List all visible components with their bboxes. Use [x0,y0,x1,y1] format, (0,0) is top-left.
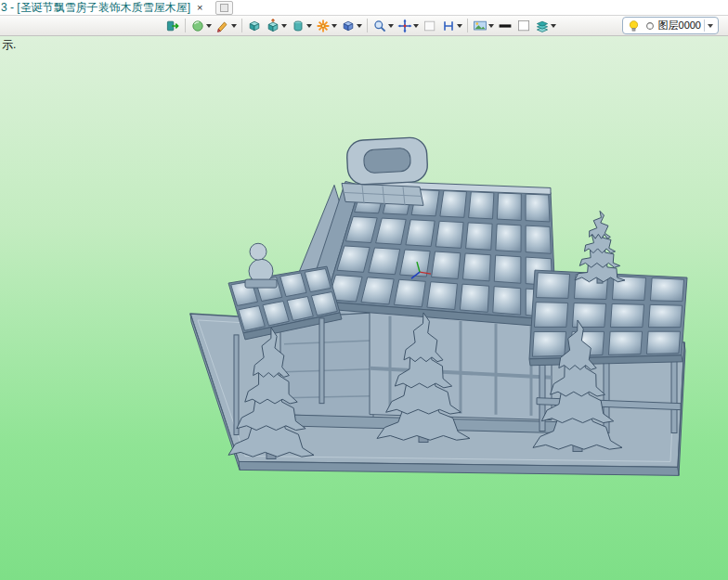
layer-combo[interactable]: 图层0000 [644,19,714,32]
new-document-icon [220,4,228,12]
view-cube-icon [341,19,356,33]
dropdown-arrow-icon[interactable] [457,24,462,28]
solid-cube-icon [247,19,262,33]
color-swatch-icon [516,19,531,33]
blank-square-icon [422,19,437,33]
measure-icon [441,19,456,33]
layer-combo-value: 图层0000 [658,19,701,32]
sketch-pencil-icon [215,19,230,33]
dropdown-arrow-icon[interactable] [281,24,287,28]
image-icon [473,19,488,33]
layers-icon [535,19,550,33]
application-window: 3 - [圣诞节飘雪房子装饰木质雪屋木屋] × [0,0,728,580]
dropdown-arrow-icon[interactable] [388,24,394,28]
sketch-button[interactable] [214,19,238,33]
dropdown-arrow-icon[interactable] [206,24,212,28]
line-width-icon [498,19,513,33]
layer-panel: 图层0000 [622,17,719,34]
extrude-cube-icon [266,19,280,33]
exit-icon [165,19,180,33]
pattern-star-icon [316,19,331,33]
dropdown-arrow-icon[interactable] [357,24,362,28]
dropdown-arrow-icon[interactable] [231,24,237,28]
render-style-icon [190,19,205,33]
toolbar-separator [367,19,368,32]
toolbar-separator [467,19,468,32]
pattern-button[interactable] [315,19,338,33]
color-swatch-button[interactable] [515,19,532,33]
solid-cube-button[interactable] [246,19,263,33]
toolbar-separator [185,19,186,32]
line-width-button[interactable] [497,19,514,33]
dropdown-arrow-icon[interactable] [306,24,312,28]
blank-button[interactable] [422,19,438,33]
image-button[interactable] [472,19,495,33]
combo-dropdown-icon[interactable] [708,24,713,28]
zoom-button[interactable] [371,19,395,33]
new-document-button[interactable] [215,1,233,15]
exit-button[interactable] [164,19,181,33]
dropdown-arrow-icon[interactable] [551,24,556,28]
prompt-text: 示. [2,37,16,53]
tab-close-icon[interactable]: × [197,0,202,15]
primitive-cylinder-icon [291,19,306,33]
main-toolbar: 图层0000 [0,16,728,36]
light-bulb-icon[interactable] [627,19,641,32]
move-crosshair-icon [397,19,412,33]
layer-color-icon [644,20,656,32]
layers-button[interactable] [534,19,557,33]
document-tab-bar: 3 - [圣诞节飘雪房子装饰木质雪屋木屋] × [0,0,728,16]
model-canvas[interactable] [0,36,728,580]
zoom-magnifier-icon [372,19,387,33]
dropdown-arrow-icon[interactable] [488,24,494,28]
3d-viewport[interactable]: 示. [0,36,728,580]
measure-button[interactable] [440,19,463,33]
move-button[interactable] [396,19,420,33]
extrude-button[interactable] [265,19,288,33]
toolbar-separator [241,19,242,32]
primitive-button[interactable] [290,19,313,33]
dropdown-arrow-icon[interactable] [332,24,337,28]
render-style-button[interactable] [189,19,213,33]
dropdown-arrow-icon[interactable] [413,24,419,28]
view-cube-button[interactable] [340,19,363,33]
document-tab-title: 3 - [圣诞节飘雪房子装饰木质雪屋木屋] [1,0,190,15]
document-tab[interactable]: 3 - [圣诞节飘雪房子装饰木质雪屋木屋] × [0,0,206,15]
combo-divider [704,19,705,32]
